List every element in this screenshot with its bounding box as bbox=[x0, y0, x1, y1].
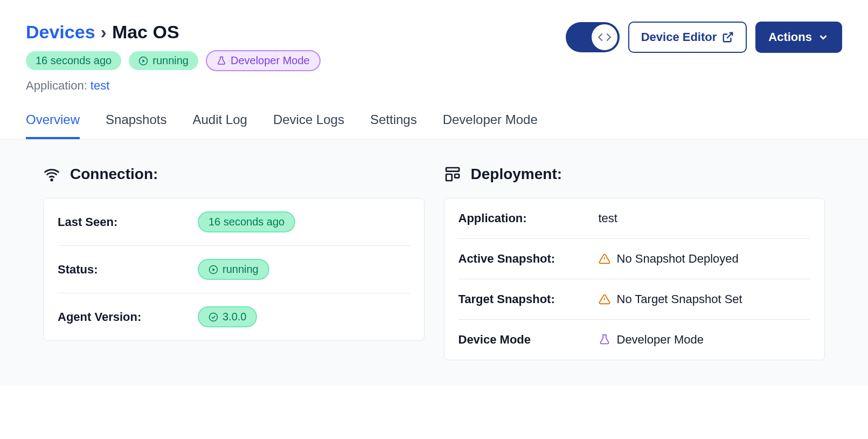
agent-version-label: Agent Version: bbox=[58, 310, 198, 324]
last-seen-text: 16 seconds ago bbox=[36, 54, 112, 67]
tab-overview[interactable]: Overview bbox=[26, 112, 80, 139]
breadcrumb: Devices › Mac OS bbox=[26, 22, 321, 43]
tab-snapshots[interactable]: Snapshots bbox=[106, 112, 166, 139]
agent-version-value: 3.0.0 bbox=[198, 306, 257, 327]
flask-icon bbox=[217, 56, 226, 66]
warning-icon bbox=[599, 293, 610, 305]
dep-application-value: test bbox=[599, 211, 617, 225]
dep-application-label: Application: bbox=[459, 211, 599, 225]
wifi-icon bbox=[43, 166, 60, 183]
svg-rect-9 bbox=[446, 174, 452, 181]
application-link[interactable]: test bbox=[91, 79, 109, 92]
application-prefix: Application: bbox=[26, 79, 91, 92]
status-value: running bbox=[198, 259, 269, 280]
tab-device-logs[interactable]: Device Logs bbox=[273, 112, 344, 139]
last-seen-value: 16 seconds ago bbox=[198, 211, 295, 232]
content: Connection: Last Seen: 16 seconds ago St… bbox=[0, 140, 868, 386]
page-header: Devices › Mac OS 16 seconds ago running … bbox=[0, 0, 868, 93]
connection-panel: Connection: Last Seen: 16 seconds ago St… bbox=[43, 166, 425, 360]
svg-rect-10 bbox=[455, 174, 459, 178]
row-agent-version: Agent Version: 3.0.0 bbox=[58, 293, 410, 340]
status-pill: running bbox=[198, 259, 269, 280]
device-mode-text: Developer Mode bbox=[617, 333, 704, 347]
last-seen-label: Last Seen: bbox=[58, 215, 198, 229]
last-seen-badge: 16 seconds ago bbox=[26, 51, 121, 70]
breadcrumb-devices-link[interactable]: Devices bbox=[26, 22, 95, 43]
header-right: Device Editor Actions bbox=[566, 22, 842, 53]
svg-point-7 bbox=[210, 313, 218, 321]
warning-icon bbox=[599, 253, 610, 265]
device-mode-value: Developer Mode bbox=[599, 333, 704, 347]
agent-version-pill: 3.0.0 bbox=[198, 306, 257, 327]
svg-marker-6 bbox=[213, 268, 216, 271]
status-badges: 16 seconds ago running Developer Mode bbox=[26, 50, 321, 71]
deployment-panel: Deployment: Application: test Active Sna… bbox=[444, 166, 825, 360]
target-snapshot-text: No Target Snapshot Set bbox=[617, 292, 742, 306]
active-snapshot-text: No Snapshot Deployed bbox=[617, 252, 739, 266]
status-label: Status: bbox=[58, 263, 198, 277]
developer-mode-text: Developer Mode bbox=[231, 54, 310, 67]
chevron-down-icon bbox=[817, 31, 829, 43]
code-icon bbox=[598, 30, 612, 44]
play-icon bbox=[209, 265, 218, 275]
active-snapshot-value: No Snapshot Deployed bbox=[599, 252, 739, 266]
connection-title: Connection: bbox=[43, 166, 425, 183]
row-target-snapshot: Target Snapshot: No Target Snapshot Set bbox=[459, 279, 811, 320]
device-editor-button[interactable]: Device Editor bbox=[628, 22, 747, 53]
row-device-mode: Device Mode Developer Mode bbox=[459, 320, 811, 360]
connection-card: Last Seen: 16 seconds ago Status: runnin… bbox=[43, 198, 425, 341]
tab-settings[interactable]: Settings bbox=[370, 112, 417, 139]
flask-icon bbox=[599, 334, 610, 346]
header-left: Devices › Mac OS 16 seconds ago running … bbox=[26, 22, 321, 93]
tab-developer-mode[interactable]: Developer Mode bbox=[443, 112, 538, 139]
developer-mode-badge: Developer Mode bbox=[206, 50, 321, 71]
row-status: Status: running bbox=[58, 246, 410, 293]
status-pill-text: running bbox=[223, 263, 259, 276]
deployment-title: Deployment: bbox=[444, 166, 825, 183]
external-link-icon bbox=[722, 31, 734, 43]
running-text: running bbox=[152, 54, 189, 67]
row-last-seen: Last Seen: 16 seconds ago bbox=[58, 198, 410, 246]
target-snapshot-label: Target Snapshot: bbox=[459, 292, 599, 306]
row-application: Application: test bbox=[459, 198, 811, 239]
agent-version-pill-text: 3.0.0 bbox=[223, 311, 246, 323]
breadcrumb-current: Mac OS bbox=[112, 22, 179, 43]
application-line: Application: test bbox=[26, 79, 321, 93]
target-snapshot-value: No Target Snapshot Set bbox=[599, 292, 742, 306]
svg-line-3 bbox=[727, 33, 732, 38]
svg-rect-8 bbox=[446, 168, 459, 172]
check-circle-icon bbox=[209, 312, 218, 322]
tabs: Overview Snapshots Audit Log Device Logs… bbox=[0, 93, 868, 140]
connection-title-text: Connection: bbox=[70, 166, 158, 183]
deployment-card: Application: test Active Snapshot: No Sn… bbox=[444, 198, 825, 360]
running-badge: running bbox=[129, 51, 198, 70]
device-editor-label: Device Editor bbox=[641, 30, 717, 44]
last-seen-pill-text: 16 seconds ago bbox=[209, 216, 284, 228]
deployment-title-text: Deployment: bbox=[471, 166, 563, 183]
tab-audit-log[interactable]: Audit Log bbox=[192, 112, 247, 139]
svg-marker-1 bbox=[143, 59, 145, 63]
active-snapshot-label: Active Snapshot: bbox=[459, 252, 599, 266]
svg-point-4 bbox=[51, 179, 53, 181]
toggle-knob bbox=[592, 24, 617, 50]
chevron-right-icon: › bbox=[101, 22, 107, 43]
actions-button[interactable]: Actions bbox=[755, 22, 842, 53]
code-view-toggle[interactable] bbox=[566, 22, 620, 52]
device-mode-label: Device Mode bbox=[459, 333, 599, 347]
row-active-snapshot: Active Snapshot: No Snapshot Deployed bbox=[459, 239, 811, 279]
dashboard-icon bbox=[444, 166, 461, 183]
last-seen-pill: 16 seconds ago bbox=[198, 211, 295, 232]
play-icon bbox=[138, 56, 148, 66]
actions-label: Actions bbox=[768, 30, 812, 44]
